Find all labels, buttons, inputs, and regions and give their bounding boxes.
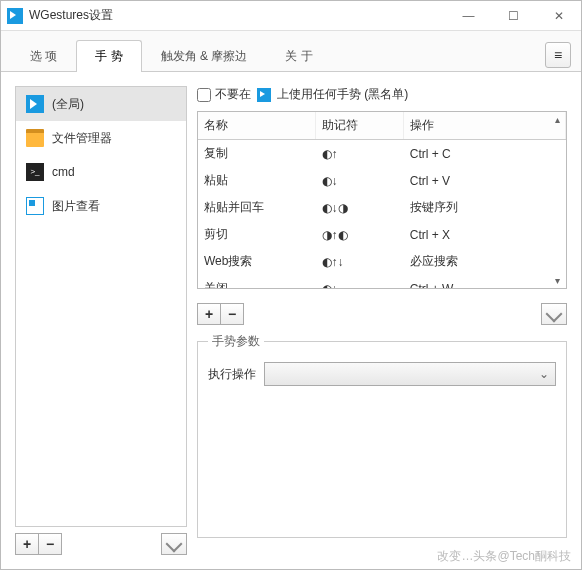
tabs-bar: 选 项 手 势 触发角 & 摩擦边 关 于 ≡: [1, 31, 581, 72]
sidebar-item-label: (全局): [52, 96, 84, 113]
table-row[interactable]: 粘贴◐↓Ctrl + V: [198, 167, 566, 194]
minimize-button[interactable]: —: [446, 1, 491, 31]
remove-app-button[interactable]: −: [38, 533, 62, 555]
action-param-row: 执行操作 ⌄: [208, 362, 556, 386]
edit-app-button[interactable]: [161, 533, 187, 555]
pencil-icon: [546, 306, 563, 323]
cursor-icon: [257, 88, 271, 102]
folder-icon: [26, 129, 44, 147]
app-icon: [7, 8, 23, 24]
titlebar: WGestures设置 — ☐ ✕: [1, 1, 581, 31]
blacklist-checkbox[interactable]: [197, 88, 211, 102]
params-legend: 手势参数: [208, 333, 264, 350]
watermark-text: 改变…头条@Tech酮科技: [437, 548, 571, 565]
apps-toolbar: + −: [15, 533, 187, 555]
action-label: 执行操作: [208, 366, 256, 383]
remove-gesture-button[interactable]: −: [220, 303, 244, 325]
scroll-down-icon[interactable]: ▾: [555, 275, 560, 286]
terminal-icon: >_: [26, 163, 44, 181]
app-window: WGestures设置 — ☐ ✕ 选 项 手 势 触发角 & 摩擦边 关 于 …: [0, 0, 582, 570]
gesture-params-fieldset: 手势参数 执行操作 ⌄: [197, 333, 567, 538]
add-gesture-button[interactable]: +: [197, 303, 221, 325]
col-action[interactable]: 操作: [404, 112, 566, 140]
gestures-table-container: 名称 助记符 操作 复制◐↑Ctrl + C粘贴◐↓Ctrl + V粘贴并回车◐…: [197, 111, 567, 289]
sidebar-item-label: 图片查看: [52, 198, 100, 215]
tab-corners[interactable]: 触发角 & 摩擦边: [142, 40, 267, 72]
sidebar-item-label: 文件管理器: [52, 130, 112, 147]
chevron-down-icon: ⌄: [539, 367, 549, 381]
blacklist-text-pre: 不要在: [215, 86, 251, 103]
sidebar-item-cmd[interactable]: >_ cmd: [16, 155, 186, 189]
gestures-toolbar: + −: [197, 303, 567, 325]
image-viewer-icon: [26, 197, 44, 215]
table-row[interactable]: 粘贴并回车◐↓◑按键序列: [198, 194, 566, 221]
action-combobox[interactable]: ⌄: [264, 362, 556, 386]
window-title: WGestures设置: [29, 7, 446, 24]
sidebar-item-explorer[interactable]: 文件管理器: [16, 121, 186, 155]
scrollbar[interactable]: ▴▾: [550, 114, 564, 286]
tab-options[interactable]: 选 项: [11, 40, 76, 72]
sidebar-item-label: cmd: [52, 165, 75, 179]
edit-gesture-button[interactable]: [541, 303, 567, 325]
content-area: (全局) 文件管理器 >_ cmd 图片查看 + −: [1, 72, 581, 569]
sidebar-item-imageviewer[interactable]: 图片查看: [16, 189, 186, 223]
table-row[interactable]: Web搜索◐↑↓必应搜索: [198, 248, 566, 275]
col-name[interactable]: 名称: [198, 112, 316, 140]
col-mnemonic[interactable]: 助记符: [316, 112, 404, 140]
table-row[interactable]: 复制◐↑Ctrl + C: [198, 140, 566, 168]
tab-about[interactable]: 关 于: [266, 40, 331, 72]
tab-gestures[interactable]: 手 势: [76, 40, 141, 72]
table-row[interactable]: 关闭◐↓→Ctrl + W: [198, 275, 566, 289]
close-button[interactable]: ✕: [536, 1, 581, 31]
apps-sidebar: (全局) 文件管理器 >_ cmd 图片查看 + −: [15, 86, 187, 555]
sidebar-item-global[interactable]: (全局): [16, 87, 186, 121]
cursor-icon: [26, 95, 44, 113]
gestures-table[interactable]: 名称 助记符 操作 复制◐↑Ctrl + C粘贴◐↓Ctrl + V粘贴并回车◐…: [198, 112, 566, 289]
apps-list[interactable]: (全局) 文件管理器 >_ cmd 图片查看: [15, 86, 187, 527]
scroll-up-icon[interactable]: ▴: [555, 114, 560, 125]
pencil-icon: [166, 536, 183, 553]
blacklist-row[interactable]: 不要在 上使用任何手势 (黑名单): [197, 86, 567, 103]
blacklist-text-post: 上使用任何手势 (黑名单): [277, 86, 408, 103]
add-app-button[interactable]: +: [15, 533, 39, 555]
main-panel: 不要在 上使用任何手势 (黑名单) 名称 助记符 操作 复制◐↑Ctrl + C…: [197, 86, 567, 555]
maximize-button[interactable]: ☐: [491, 1, 536, 31]
menu-button[interactable]: ≡: [545, 42, 571, 68]
table-row[interactable]: 剪切◑↑◐Ctrl + X: [198, 221, 566, 248]
